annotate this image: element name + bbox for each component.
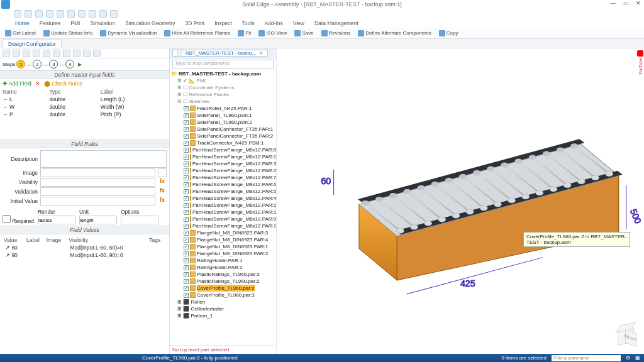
toolbar-btn[interactable]	[73, 50, 80, 57]
rule-val-label: Validation	[3, 189, 38, 195]
tab-view[interactable]: View	[293, 20, 304, 26]
minimize-button[interactable]: —	[609, 0, 618, 6]
tab-design-configurator[interactable]: Design Configurator	[3, 40, 62, 48]
check-rules-button[interactable]: ⬤ Check Rules	[44, 80, 82, 87]
browse-icon[interactable]	[158, 168, 167, 177]
qat-btn[interactable]	[78, 10, 86, 18]
toolbar-btn[interactable]	[63, 50, 70, 57]
section-master-fields: Define master input fields	[0, 70, 169, 79]
download-icon	[5, 30, 11, 36]
cmd-save[interactable]: Save	[292, 29, 316, 38]
value-row[interactable]: ↗ 60Mod(Input.L-60, 60)=0	[4, 244, 165, 251]
close-icon[interactable]: ✕	[259, 50, 264, 56]
cmd-fit[interactable]: Fit	[235, 29, 253, 38]
fit-icon	[238, 30, 244, 36]
required-checkbox[interactable]	[3, 215, 11, 223]
tab-features[interactable]: Features	[40, 20, 61, 26]
tab-3dprint[interactable]: 3D Print	[185, 20, 204, 26]
qat-btn[interactable]	[110, 10, 118, 18]
status-icon[interactable]: ▦	[635, 355, 640, 361]
maximize-button[interactable]: ▭	[621, 0, 630, 6]
assembly-tree-pane: 📄 RBT_MASTER-TEST - backu… ✕ Type to fin…	[170, 48, 277, 354]
youtube-icon[interactable]	[637, 50, 643, 57]
youtube-label: YouTube	[638, 58, 643, 75]
cmd-def-alt[interactable]: Define Alternate Components	[355, 29, 434, 38]
cmd-update-status[interactable]: Update Status Info	[41, 29, 95, 38]
cmd-revisions[interactable]: Revisions	[319, 29, 353, 38]
toolbar-btn[interactable]	[3, 50, 10, 57]
qat-btn[interactable]	[46, 10, 53, 18]
render-input[interactable]	[38, 216, 75, 224]
value-row[interactable]: ↗ 90Mod(Input.L-60, 90)=0	[4, 252, 165, 258]
qat-btn[interactable]	[99, 10, 107, 18]
fx-icon[interactable]: fx	[158, 187, 167, 196]
right-side-strip: YouTube	[636, 48, 644, 354]
tab-data-mgmt[interactable]: Data Management	[314, 20, 358, 26]
toolbar-btn[interactable]	[13, 50, 20, 57]
find-command-input[interactable]: Find a command	[552, 355, 621, 361]
vars-table: NameTypeLabel ↔ LdoubleLength (L) ↔ Wdou…	[0, 88, 169, 118]
tab-addins[interactable]: Add-Ins	[264, 20, 282, 26]
steps-label: Steps	[3, 62, 15, 67]
qat-btn[interactable]	[14, 10, 21, 18]
quick-access-toolbar	[0, 9, 644, 19]
toolbar-btn[interactable]	[83, 50, 91, 57]
cmd-copy[interactable]: Copy	[436, 29, 461, 38]
play-icon[interactable]: ▶	[78, 62, 82, 67]
qat-btn[interactable]	[25, 10, 32, 18]
vars-row[interactable]: ↔ LdoubleLength (L)	[0, 96, 169, 103]
cmd-iso[interactable]: ISO View	[256, 29, 289, 38]
close-button[interactable]: ✕	[634, 0, 643, 6]
step-2[interactable]: 2	[33, 60, 42, 69]
unit-input[interactable]	[79, 216, 117, 224]
save-icon	[294, 30, 301, 36]
tab-pmi[interactable]: PMI	[70, 20, 80, 26]
status-bar: CoverProfile_TL960.par:2 - fully positio…	[0, 354, 644, 362]
hover-tooltip: CoverProfile_TL960.par:2 in RBT_MASTER-T…	[523, 232, 630, 247]
status-icon[interactable]: ⚙	[626, 355, 630, 361]
svg-point-26	[480, 206, 487, 211]
options-input[interactable]	[121, 216, 158, 224]
swap-icon	[358, 30, 364, 36]
toolbar-btn[interactable]	[33, 50, 40, 57]
toolbar-btn[interactable]	[53, 50, 60, 57]
cmd-dyn-vis[interactable]: Dynamic Visualization	[97, 29, 159, 38]
status-center: CoverProfile_TL960.par:2 - fully positio…	[142, 355, 238, 361]
rule-init-input[interactable]	[40, 197, 155, 206]
tab-sim-geom[interactable]: Simulation Geometry	[125, 20, 175, 26]
tab-tools[interactable]: Tools	[242, 20, 255, 26]
tab-home[interactable]: Home	[15, 20, 30, 26]
tab-inspect[interactable]: Inspect	[214, 20, 231, 26]
qat-btn[interactable]	[57, 10, 64, 18]
toolbar-btn[interactable]	[23, 50, 30, 57]
rule-vis-input[interactable]	[40, 178, 155, 187]
find-components-input[interactable]: Type to find components	[172, 60, 274, 69]
plane-icon	[164, 30, 170, 36]
cmd-hide-ref[interactable]: Hide All Reference Planes	[162, 29, 233, 38]
vars-row[interactable]: ↔ WdoubleWidth (W)	[0, 103, 169, 111]
tab-simulation[interactable]: Simulation	[90, 20, 115, 26]
qat-btn[interactable]	[89, 10, 96, 18]
qat-btn[interactable]	[67, 10, 75, 18]
step-1[interactable]: 1	[16, 60, 25, 69]
cmd-get-latest[interactable]: Get Latest	[3, 29, 38, 38]
toolbar-btn[interactable]	[43, 50, 50, 57]
step-3[interactable]: 3	[49, 60, 58, 69]
svg-point-17	[438, 217, 446, 222]
rule-val-input[interactable]	[40, 187, 155, 196]
delete-field-button[interactable]: ✕	[35, 80, 40, 87]
svg-point-32	[508, 198, 516, 203]
viewport[interactable]: 60 425 500 CoverProfile_TL960.par:2 in R…	[277, 48, 644, 354]
toolbar-btn[interactable]	[93, 50, 101, 57]
no-selection-msg: No top level part selected.	[170, 345, 276, 354]
vars-row[interactable]: ↔ PdoublePitch (P)	[0, 111, 169, 118]
qat-btn[interactable]	[35, 10, 43, 18]
fx-icon[interactable]: fx	[158, 178, 167, 187]
rule-desc-input[interactable]	[40, 150, 167, 168]
fx-icon[interactable]: fx	[158, 197, 167, 206]
file-tab[interactable]: 📄 RBT_MASTER-TEST - backu… ✕	[172, 50, 268, 57]
app-icon	[1, 0, 10, 9]
add-field-button[interactable]: ✚ Add Field	[3, 80, 31, 87]
rule-image-input[interactable]	[40, 168, 155, 177]
step-4[interactable]: 4	[65, 60, 74, 69]
